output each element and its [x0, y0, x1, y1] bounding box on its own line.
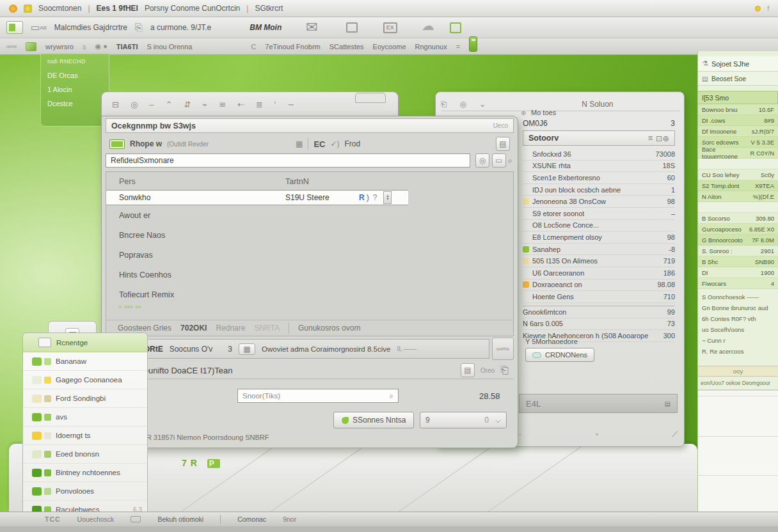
left-panel-item[interactable]: Idoerngt ts	[23, 426, 147, 445]
new-document-icon[interactable]: ▭AB	[31, 22, 47, 33]
menubar-center-text[interactable]: Porsny Conome CunOcrtcin	[145, 4, 240, 13]
taskbar-item-1[interactable]: Uouechosck	[77, 515, 115, 523]
minibar-icon[interactable]: ⇠	[237, 100, 244, 109]
toolbar2-item-1[interactable]: 7eTinoud Fnobrm	[265, 43, 320, 51]
primary-action-button[interactable]: SSonnes Nntsa	[333, 412, 414, 428]
sidebar-row[interactable]: N Aiton %)(Df.E	[698, 191, 778, 202]
side-window-row[interactable]: Snfockxd 36 73008	[523, 148, 675, 160]
sidebar-row[interactable]: Df Imoonene sJ.R(0/7	[698, 126, 778, 137]
minibar-icon[interactable]: ∼	[287, 100, 294, 109]
sidebar-row[interactable]: B Shc SNB90	[698, 256, 778, 267]
toolbar-label-1[interactable]: Malcmdies Gajdrcrtre	[54, 23, 127, 32]
list-item[interactable]: Popravas	[106, 245, 513, 265]
chevron-down-icon[interactable]: ⌄	[479, 100, 486, 109]
search-icon[interactable]: ⌕	[390, 392, 393, 400]
folder-icon[interactable]: ▭	[492, 153, 506, 168]
app-window-icon[interactable]	[6, 21, 23, 34]
panel-icon[interactable]: ▤	[461, 363, 475, 377]
toolbar2-mid-label[interactable]: TIA6TI	[116, 43, 138, 51]
square-icon[interactable]: ▫	[596, 430, 598, 439]
minibar-icon[interactable]: ⌁	[202, 100, 207, 109]
sidebar-link[interactable]: R. Re acercoos	[698, 346, 778, 357]
dialog-toolbar-mid[interactable]: Frod	[345, 139, 361, 148]
side-window-footer-button[interactable]: CRDNONens	[525, 348, 594, 362]
toolbar2-item-4[interactable]: Rngnunux	[415, 43, 447, 51]
grid-button-icon[interactable]: ▦	[239, 343, 255, 355]
dialog-option-row[interactable]: Uhror NORtE Soocuns O'v 3 ▦ Owoviet adma…	[106, 339, 489, 359]
keyboard-icon[interactable]: ▤	[496, 137, 510, 151]
menubar-app-name[interactable]: Soocmtonen	[38, 4, 81, 13]
sidebar-row[interactable]: Fiwocars 4	[698, 278, 778, 289]
sidebar-row[interactable]: S. Sonroo : 2901	[698, 246, 778, 256]
taskbar-tcc[interactable]: TCC	[45, 515, 61, 523]
side-window-row[interactable]: Jenoneona 38 OnsCow 98	[523, 196, 675, 208]
side-window-row[interactable]: Doxraoeanct on 98.08	[523, 279, 675, 292]
sidebar-row[interactable]: B Socorso 309.80	[698, 213, 778, 224]
bottom-bar-icon[interactable]: ▤	[665, 400, 671, 407]
side-window-row[interactable]: Gnook6mtcon 99	[523, 306, 675, 318]
dialog-title-bar[interactable]: Ocekgnnmp bw S3wjs Ueco	[106, 118, 514, 133]
left-panel-header[interactable]: Rcnentge	[23, 333, 147, 352]
sidebar-row[interactable]: S2 Tomp.dont X9TEA	[698, 180, 778, 191]
left-panel-item[interactable]: Eoed bnonsn	[23, 445, 147, 464]
dialog-path-input[interactable]: RefideulSxmonare	[106, 153, 470, 168]
stepper-chevron-icon[interactable]: ⌵	[495, 416, 501, 425]
sidebar-link[interactable]: 6h Contes R0F? vth	[698, 313, 778, 324]
table-icon[interactable]: ▦	[296, 139, 303, 148]
left-panel-item[interactable]: Ponvolooes	[23, 482, 147, 501]
taskbar-window-icon[interactable]	[131, 516, 141, 522]
page-icon[interactable]: ⎗	[441, 100, 447, 109]
sidebar-row[interactable]	[698, 202, 778, 213]
menubar-right-text[interactable]: SGtkrcrt	[255, 4, 283, 13]
window-control-icon[interactable]	[9, 4, 17, 13]
green-grid-icon[interactable]	[109, 139, 125, 149]
clip-icon[interactable]: ⎘	[135, 22, 143, 33]
grid-view-icon[interactable]: ⊡⊕	[656, 134, 669, 143]
sidebar-row[interactable]: G Bnnoorcooto 7F 8.0M	[698, 235, 778, 246]
side-window-row[interactable]: E8 Lcmenpment olsoy 98	[523, 231, 675, 244]
sidebar-row[interactable]: Bownoo brsu 10.6F	[698, 104, 778, 115]
side-window-section-header[interactable]: Sotoorv ≡ ⊡⊕	[523, 130, 675, 146]
app-badge-icon[interactable]	[24, 4, 32, 13]
left-panel-item[interactable]: Ford Sondingbi	[23, 389, 147, 408]
quickmenu-item[interactable]: DE Orcas	[41, 68, 109, 82]
export-icon[interactable]: EX	[383, 22, 397, 33]
quickmenu-item[interactable]: Dcestce	[41, 97, 109, 111]
minibar-icon[interactable]: ≣	[256, 100, 263, 109]
side-window-bottom-bar[interactable]: E4L ▤	[519, 394, 678, 413]
side-window-row[interactable]: XSUNE rhta 18S	[523, 160, 675, 173]
dialog-checkbox-row[interactable]: Conjounifto DoaCE I17)Tean ▤ Oreo ⎗	[106, 362, 514, 379]
sidebar-tab2[interactable]: ooy	[698, 366, 778, 377]
left-panel-item[interactable]: Bintney nchtoennes	[23, 464, 147, 482]
list-item[interactable]: Awout er	[106, 205, 513, 225]
frame-icon[interactable]	[346, 22, 358, 33]
sidebar-header[interactable]: ⚗ Sojoet SJhe	[698, 56, 778, 72]
toolbar2-mid-label-2[interactable]: S inou Orenna	[147, 43, 192, 51]
menubar-document-name[interactable]: Ees 1 9fHEl	[97, 4, 138, 13]
toolbar2-item-3[interactable]: Eoycoome	[373, 43, 406, 51]
left-panel-item[interactable]: avs	[23, 408, 147, 426]
sidebar-link[interactable]: Gn Bonne ibrunuroc aud	[698, 302, 778, 313]
taskbar-item-2[interactable]: Bekuh otiomoki	[157, 515, 203, 523]
document-icon[interactable]: ⎗	[500, 364, 509, 376]
side-window-row[interactable]: Sanahep -8	[523, 244, 675, 256]
side-window-row[interactable]: O8 Loc5one Conce...	[523, 220, 675, 232]
side-window-row[interactable]: N 6ars 0.005 73	[523, 318, 675, 331]
quantity-stepper[interactable]: 9 0 ⌵	[420, 412, 507, 428]
minibar-icon[interactable]: ⌃	[165, 100, 172, 109]
desktop-shortcut-glyphs[interactable]: 7R P	[182, 458, 220, 468]
list-selected-row[interactable]: Sonwkho S19U Steere R ) ? ▲▼	[106, 190, 408, 205]
side-window-tab-label[interactable]: N Soluon	[582, 100, 613, 109]
list-col2[interactable]: TartnN	[285, 177, 309, 186]
minibar-icon[interactable]: ʹ	[274, 100, 276, 109]
search-mini-icon[interactable]: ⌕	[505, 155, 515, 166]
list-col1[interactable]: Pers	[106, 177, 285, 186]
sidebar-row[interactable]	[698, 159, 778, 169]
list-item[interactable]: Tofiecurt Remix	[106, 285, 513, 304]
minibar-icon[interactable]: –	[149, 100, 154, 109]
row-spinner[interactable]: ▲▼	[383, 191, 392, 204]
sidebar-link[interactable]: S Oonnchoesok ——	[698, 292, 778, 302]
list-item[interactable]: Hints Coenhos	[106, 265, 513, 285]
resize-handle-icon[interactable]: ⟋	[672, 430, 678, 439]
taskbar-item-3[interactable]: Comonac	[237, 515, 266, 523]
